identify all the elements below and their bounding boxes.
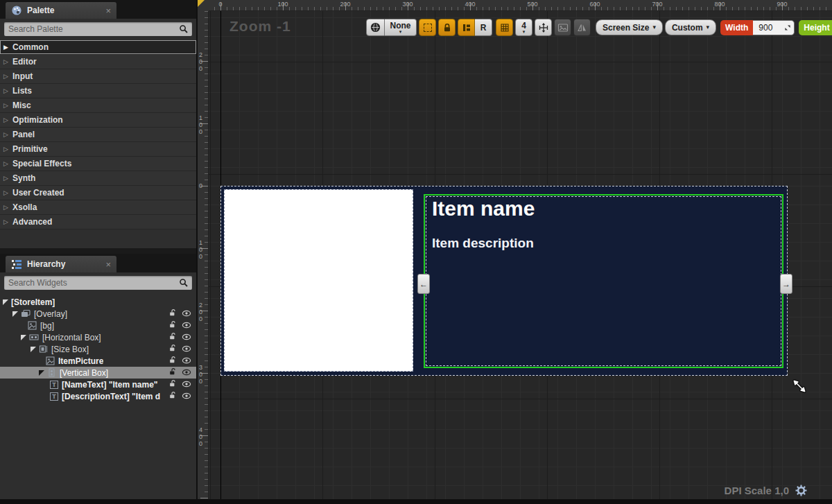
palette-category-special-effects[interactable]: ▷ Special Effects: [0, 157, 196, 171]
eye-icon[interactable]: [182, 380, 191, 390]
storeitem-widget-root[interactable]: Item name Item description ← →: [220, 186, 788, 376]
expand-arrow-icon[interactable]: ▷: [3, 160, 12, 167]
width-input[interactable]: 900: [753, 20, 795, 35]
expand-arrow-icon[interactable]: ▷: [3, 218, 12, 225]
resize-arrows-icon: [538, 22, 549, 33]
arrow-left-icon: ←: [419, 279, 428, 289]
expand-arrow-icon[interactable]: ▷: [3, 58, 12, 65]
chevron-down-icon: ▾: [707, 24, 710, 31]
item-name-text[interactable]: Item name: [432, 197, 535, 220]
eye-icon[interactable]: [182, 321, 191, 331]
tree-row-size-box[interactable]: [Size Box]: [0, 343, 196, 355]
expand-arrow-icon[interactable]: ▶: [3, 44, 12, 51]
respect-locks-button[interactable]: R: [475, 19, 492, 36]
expand-arrow-icon[interactable]: ▷: [3, 175, 12, 182]
tree-row-overlay[interactable]: [Overlay]: [0, 308, 196, 320]
palette-category-advanced[interactable]: ▷ Advanced: [0, 215, 196, 229]
expand-arrow-icon[interactable]: [39, 370, 44, 376]
lock-icon[interactable]: [168, 356, 177, 366]
lock-icon[interactable]: [168, 379, 177, 390]
lock-icon[interactable]: [168, 391, 177, 401]
nav-right-button[interactable]: →: [780, 274, 792, 294]
palette-category-user-created[interactable]: ▷ User Created: [0, 186, 196, 200]
search-icon: [179, 24, 189, 34]
tab-hierarchy[interactable]: Hierarchy ×: [6, 256, 116, 272]
eye-icon[interactable]: [182, 333, 191, 342]
grid-snap-toggle-button[interactable]: [496, 19, 513, 36]
localization-preview-button[interactable]: [366, 19, 385, 36]
expand-arrow-icon[interactable]: ▷: [3, 131, 12, 138]
lock-icon[interactable]: [168, 320, 177, 331]
expand-arrow-icon[interactable]: ▷: [3, 204, 12, 211]
tab-palette[interactable]: Palette ×: [6, 2, 116, 19]
palette-category-panel[interactable]: ▷ Panel: [0, 128, 196, 142]
expand-arrow-icon[interactable]: [12, 311, 18, 317]
palette-category-lists[interactable]: ▷ Lists: [0, 84, 196, 98]
palette-search: [4, 22, 192, 36]
grid-size-button[interactable]: 4 ▾: [515, 19, 532, 36]
designer-canvas[interactable]: Zoom -1 None ▾: [209, 11, 832, 504]
expand-arrow-icon[interactable]: ▷: [3, 87, 12, 94]
close-icon[interactable]: ×: [105, 260, 111, 269]
lock-icon: [442, 23, 452, 33]
preview-background-button[interactable]: [554, 19, 571, 36]
gear-icon[interactable]: [795, 485, 807, 496]
lock-icon[interactable]: [168, 332, 177, 342]
expand-arrow-icon[interactable]: [31, 347, 36, 352]
layout-mode-button[interactable]: [458, 19, 475, 36]
item-picture-box[interactable]: [224, 189, 413, 372]
ruler-corner: [198, 0, 209, 11]
tree-row-nametext[interactable]: T [NameText] "Item name": [0, 379, 196, 390]
palette-category-list: ▶ Common ▷ Editor ▷ Input ▷ Lists ▷ Misc…: [0, 40, 196, 229]
lock-icon[interactable]: [168, 309, 177, 319]
hierarchy-search-input[interactable]: [4, 277, 179, 289]
grid-icon: [500, 23, 510, 33]
palette-category-editor[interactable]: ▷ Editor: [0, 55, 196, 69]
lock-icon[interactable]: [168, 367, 177, 378]
palette-category-input[interactable]: ▷ Input: [0, 69, 196, 84]
designer-toolbar: None ▾: [366, 19, 832, 36]
palette-category-synth[interactable]: ▷ Synth: [0, 171, 196, 186]
eye-icon[interactable]: [182, 309, 191, 319]
tree-row-bg[interactable]: [bg]: [0, 320, 196, 331]
horizontal-ruler: 0 100 200 300 400 500 600 700 800 900: [209, 0, 832, 11]
palette-category-misc[interactable]: ▷ Misc: [0, 98, 196, 113]
eye-icon[interactable]: [182, 345, 191, 354]
screen-size-dropdown[interactable]: Screen Size ▾: [596, 19, 663, 35]
resize-mode-button[interactable]: [535, 19, 552, 36]
tree-row-storeitem[interactable]: [StoreItem]: [0, 296, 196, 308]
tree-row-horizontal-box[interactable]: [Horizontal Box]: [0, 331, 196, 343]
localization-group: None ▾: [366, 19, 417, 36]
expand-arrow-icon[interactable]: ▷: [3, 73, 12, 80]
expand-arrow-icon[interactable]: ▷: [3, 189, 12, 196]
culture-select-button[interactable]: None ▾: [385, 19, 417, 36]
outline-toggle-button[interactable]: [419, 19, 436, 36]
flip-preview-button[interactable]: [573, 19, 591, 36]
eye-icon[interactable]: [182, 356, 191, 366]
palette-category-xsolla[interactable]: ▷ Xsolla: [0, 200, 196, 215]
tree-row-descriptiontext[interactable]: T [DescriptionText] "Item description": [0, 390, 196, 402]
eye-icon[interactable]: [182, 368, 191, 378]
vertical-box-selection[interactable]: Item name Item description: [424, 194, 783, 368]
lock-widgets-button[interactable]: [438, 19, 456, 36]
tree-row-itempicture[interactable]: ItemPicture: [0, 355, 196, 367]
palette-category-common[interactable]: ▶ Common: [0, 40, 196, 55]
left-panel-column: Palette × ▶ Common ▷: [0, 0, 196, 504]
palette-category-optimization[interactable]: ▷ Optimization: [0, 113, 196, 128]
expand-arrow-icon[interactable]: ▷: [3, 146, 12, 153]
expand-arrow-icon[interactable]: ▷: [3, 102, 12, 109]
hierarchy-tab-title: Hierarchy: [27, 259, 65, 269]
palette-category-primitive[interactable]: ▷ Primitive: [0, 142, 196, 157]
palette-search-input[interactable]: [4, 23, 179, 35]
fill-rule-dropdown[interactable]: Custom ▾: [665, 19, 716, 35]
hierarchy-panel: Hierarchy × [StoreItem]: [0, 254, 196, 504]
nav-left-button[interactable]: ←: [417, 274, 430, 294]
item-description-text[interactable]: Item description: [432, 236, 534, 251]
close-icon[interactable]: ×: [105, 6, 111, 15]
expand-arrow-icon[interactable]: [3, 299, 8, 305]
eye-icon[interactable]: [182, 392, 191, 401]
expand-arrow-icon[interactable]: ▷: [3, 116, 12, 123]
lock-icon[interactable]: [168, 344, 177, 354]
tree-row-vertical-box[interactable]: [Vertical Box]: [0, 367, 196, 379]
expand-arrow-icon[interactable]: [21, 335, 26, 340]
